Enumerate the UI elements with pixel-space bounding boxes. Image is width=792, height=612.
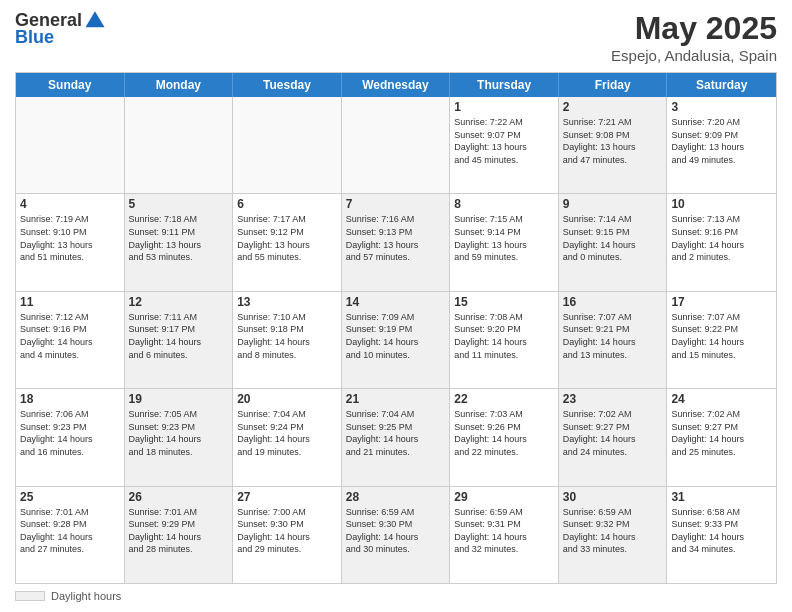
cal-cell-4-1: 26Sunrise: 7:01 AM Sunset: 9:29 PM Dayli… bbox=[125, 487, 234, 583]
day-number: 20 bbox=[237, 392, 337, 406]
cal-cell-2-6: 17Sunrise: 7:07 AM Sunset: 9:22 PM Dayli… bbox=[667, 292, 776, 388]
cal-row-1: 4Sunrise: 7:19 AM Sunset: 9:10 PM Daylig… bbox=[16, 193, 776, 290]
cell-text: Sunrise: 7:20 AM Sunset: 9:09 PM Dayligh… bbox=[671, 116, 772, 166]
day-number: 4 bbox=[20, 197, 120, 211]
cal-cell-0-1 bbox=[125, 97, 234, 193]
cell-text: Sunrise: 7:15 AM Sunset: 9:14 PM Dayligh… bbox=[454, 213, 554, 263]
day-number: 9 bbox=[563, 197, 663, 211]
calendar-subtitle: Espejo, Andalusia, Spain bbox=[611, 47, 777, 64]
cell-text: Sunrise: 7:13 AM Sunset: 9:16 PM Dayligh… bbox=[671, 213, 772, 263]
cal-cell-3-2: 20Sunrise: 7:04 AM Sunset: 9:24 PM Dayli… bbox=[233, 389, 342, 485]
cal-cell-0-6: 3Sunrise: 7:20 AM Sunset: 9:09 PM Daylig… bbox=[667, 97, 776, 193]
footer: Daylight hours bbox=[15, 590, 777, 602]
cal-cell-2-3: 14Sunrise: 7:09 AM Sunset: 9:19 PM Dayli… bbox=[342, 292, 451, 388]
cal-row-2: 11Sunrise: 7:12 AM Sunset: 9:16 PM Dayli… bbox=[16, 291, 776, 388]
cal-row-4: 25Sunrise: 7:01 AM Sunset: 9:28 PM Dayli… bbox=[16, 486, 776, 583]
cal-cell-3-5: 23Sunrise: 7:02 AM Sunset: 9:27 PM Dayli… bbox=[559, 389, 668, 485]
day-number: 21 bbox=[346, 392, 446, 406]
cell-text: Sunrise: 7:07 AM Sunset: 9:22 PM Dayligh… bbox=[671, 311, 772, 361]
cal-cell-1-3: 7Sunrise: 7:16 AM Sunset: 9:13 PM Daylig… bbox=[342, 194, 451, 290]
calendar-body: 1Sunrise: 7:22 AM Sunset: 9:07 PM Daylig… bbox=[16, 97, 776, 583]
cal-cell-0-0 bbox=[16, 97, 125, 193]
cal-cell-3-4: 22Sunrise: 7:03 AM Sunset: 9:26 PM Dayli… bbox=[450, 389, 559, 485]
day-number: 16 bbox=[563, 295, 663, 309]
cell-text: Sunrise: 6:59 AM Sunset: 9:30 PM Dayligh… bbox=[346, 506, 446, 556]
cal-header-sunday: Sunday bbox=[16, 73, 125, 97]
day-number: 7 bbox=[346, 197, 446, 211]
cell-text: Sunrise: 7:03 AM Sunset: 9:26 PM Dayligh… bbox=[454, 408, 554, 458]
cal-cell-3-0: 18Sunrise: 7:06 AM Sunset: 9:23 PM Dayli… bbox=[16, 389, 125, 485]
day-number: 24 bbox=[671, 392, 772, 406]
day-number: 29 bbox=[454, 490, 554, 504]
cal-header-thursday: Thursday bbox=[450, 73, 559, 97]
day-number: 15 bbox=[454, 295, 554, 309]
cal-cell-2-5: 16Sunrise: 7:07 AM Sunset: 9:21 PM Dayli… bbox=[559, 292, 668, 388]
calendar-header: SundayMondayTuesdayWednesdayThursdayFrid… bbox=[16, 73, 776, 97]
cal-cell-1-0: 4Sunrise: 7:19 AM Sunset: 9:10 PM Daylig… bbox=[16, 194, 125, 290]
title-block: May 2025 Espejo, Andalusia, Spain bbox=[611, 10, 777, 64]
day-number: 13 bbox=[237, 295, 337, 309]
cal-cell-2-1: 12Sunrise: 7:11 AM Sunset: 9:17 PM Dayli… bbox=[125, 292, 234, 388]
cal-cell-0-3 bbox=[342, 97, 451, 193]
cal-cell-3-1: 19Sunrise: 7:05 AM Sunset: 9:23 PM Dayli… bbox=[125, 389, 234, 485]
cell-text: Sunrise: 7:21 AM Sunset: 9:08 PM Dayligh… bbox=[563, 116, 663, 166]
cell-text: Sunrise: 7:04 AM Sunset: 9:25 PM Dayligh… bbox=[346, 408, 446, 458]
cell-text: Sunrise: 6:58 AM Sunset: 9:33 PM Dayligh… bbox=[671, 506, 772, 556]
cal-cell-1-4: 8Sunrise: 7:15 AM Sunset: 9:14 PM Daylig… bbox=[450, 194, 559, 290]
day-number: 5 bbox=[129, 197, 229, 211]
day-number: 10 bbox=[671, 197, 772, 211]
day-number: 11 bbox=[20, 295, 120, 309]
cal-cell-4-2: 27Sunrise: 7:00 AM Sunset: 9:30 PM Dayli… bbox=[233, 487, 342, 583]
cal-cell-2-2: 13Sunrise: 7:10 AM Sunset: 9:18 PM Dayli… bbox=[233, 292, 342, 388]
cell-text: Sunrise: 7:06 AM Sunset: 9:23 PM Dayligh… bbox=[20, 408, 120, 458]
day-number: 6 bbox=[237, 197, 337, 211]
day-number: 12 bbox=[129, 295, 229, 309]
cell-text: Sunrise: 7:18 AM Sunset: 9:11 PM Dayligh… bbox=[129, 213, 229, 263]
daylight-bar bbox=[15, 591, 45, 601]
cell-text: Sunrise: 7:08 AM Sunset: 9:20 PM Dayligh… bbox=[454, 311, 554, 361]
day-number: 25 bbox=[20, 490, 120, 504]
cell-text: Sunrise: 7:16 AM Sunset: 9:13 PM Dayligh… bbox=[346, 213, 446, 263]
cell-text: Sunrise: 7:17 AM Sunset: 9:12 PM Dayligh… bbox=[237, 213, 337, 263]
cell-text: Sunrise: 6:59 AM Sunset: 9:31 PM Dayligh… bbox=[454, 506, 554, 556]
day-number: 19 bbox=[129, 392, 229, 406]
cal-header-friday: Friday bbox=[559, 73, 668, 97]
cell-text: Sunrise: 7:19 AM Sunset: 9:10 PM Dayligh… bbox=[20, 213, 120, 263]
calendar-title: May 2025 bbox=[611, 10, 777, 47]
cell-text: Sunrise: 7:14 AM Sunset: 9:15 PM Dayligh… bbox=[563, 213, 663, 263]
cal-cell-1-6: 10Sunrise: 7:13 AM Sunset: 9:16 PM Dayli… bbox=[667, 194, 776, 290]
cal-row-0: 1Sunrise: 7:22 AM Sunset: 9:07 PM Daylig… bbox=[16, 97, 776, 193]
day-number: 1 bbox=[454, 100, 554, 114]
cal-cell-2-4: 15Sunrise: 7:08 AM Sunset: 9:20 PM Dayli… bbox=[450, 292, 559, 388]
day-number: 26 bbox=[129, 490, 229, 504]
day-number: 30 bbox=[563, 490, 663, 504]
logo: General Blue bbox=[15, 10, 106, 48]
cell-text: Sunrise: 7:11 AM Sunset: 9:17 PM Dayligh… bbox=[129, 311, 229, 361]
cal-row-3: 18Sunrise: 7:06 AM Sunset: 9:23 PM Dayli… bbox=[16, 388, 776, 485]
cal-cell-1-2: 6Sunrise: 7:17 AM Sunset: 9:12 PM Daylig… bbox=[233, 194, 342, 290]
cal-header-saturday: Saturday bbox=[667, 73, 776, 97]
day-number: 18 bbox=[20, 392, 120, 406]
day-number: 22 bbox=[454, 392, 554, 406]
cal-cell-2-0: 11Sunrise: 7:12 AM Sunset: 9:16 PM Dayli… bbox=[16, 292, 125, 388]
cal-cell-4-0: 25Sunrise: 7:01 AM Sunset: 9:28 PM Dayli… bbox=[16, 487, 125, 583]
logo-block: General Blue bbox=[15, 10, 106, 48]
footer-label: Daylight hours bbox=[51, 590, 121, 602]
cal-cell-4-4: 29Sunrise: 6:59 AM Sunset: 9:31 PM Dayli… bbox=[450, 487, 559, 583]
day-number: 23 bbox=[563, 392, 663, 406]
logo-icon bbox=[84, 9, 106, 31]
cal-header-wednesday: Wednesday bbox=[342, 73, 451, 97]
cell-text: Sunrise: 7:05 AM Sunset: 9:23 PM Dayligh… bbox=[129, 408, 229, 458]
cell-text: Sunrise: 7:04 AM Sunset: 9:24 PM Dayligh… bbox=[237, 408, 337, 458]
cal-cell-3-3: 21Sunrise: 7:04 AM Sunset: 9:25 PM Dayli… bbox=[342, 389, 451, 485]
day-number: 28 bbox=[346, 490, 446, 504]
calendar: SundayMondayTuesdayWednesdayThursdayFrid… bbox=[15, 72, 777, 584]
day-number: 2 bbox=[563, 100, 663, 114]
day-number: 3 bbox=[671, 100, 772, 114]
day-number: 31 bbox=[671, 490, 772, 504]
svg-marker-0 bbox=[86, 11, 105, 27]
day-number: 14 bbox=[346, 295, 446, 309]
cal-header-tuesday: Tuesday bbox=[233, 73, 342, 97]
cal-header-monday: Monday bbox=[125, 73, 234, 97]
page: General Blue May 2025 Espejo, Andalusia,… bbox=[0, 0, 792, 612]
